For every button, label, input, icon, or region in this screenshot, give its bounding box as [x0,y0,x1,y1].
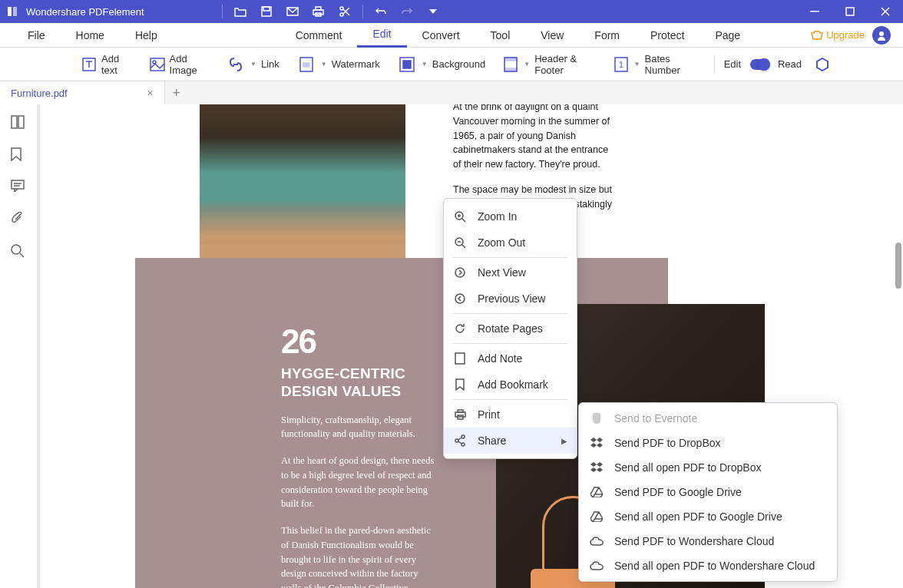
user-avatar[interactable] [872,26,891,45]
svg-rect-27 [12,180,24,189]
mail-icon[interactable] [280,0,306,23]
bates-button[interactable]: 1 ▼ Bates Number [607,52,705,77]
vertical-scrollbar[interactable] [895,243,901,289]
menu-view[interactable]: View [525,23,579,48]
svg-rect-14 [150,58,164,71]
share-gdrive-all[interactable]: Send all open PDF to Google Drive [579,504,837,529]
header-footer-icon [504,56,518,73]
svg-rect-19 [403,61,411,68]
svg-rect-10 [810,11,819,12]
new-tab-button[interactable]: + [165,81,188,104]
menubar: File Home Help Comment Edit Convert Tool… [0,23,903,48]
tab-label: Furniture.pdf [11,88,68,99]
ctx-add-note[interactable]: Add Note [444,345,577,372]
svg-rect-1 [13,7,17,16]
add-image-button[interactable]: Add Image [142,52,217,77]
menu-form[interactable]: Form [579,23,635,48]
svg-point-28 [12,245,21,254]
svg-point-39 [461,443,465,446]
upgrade-button[interactable]: Upgrade [811,29,865,41]
share-gdrive[interactable]: Send PDF to Google Drive [579,480,837,504]
maximize-button[interactable] [832,0,868,23]
header-footer-button[interactable]: ▼ Header & Footer [496,52,603,77]
add-bookmark-icon [453,378,467,391]
menu-page[interactable]: Page [700,23,756,48]
ctx-add-bookmark[interactable]: Add Bookmark [444,372,577,398]
svg-point-9 [340,13,343,16]
menu-help[interactable]: Help [120,23,173,48]
ctx-rotate[interactable]: Rotate Pages [444,315,577,342]
image-icon [150,56,165,73]
menu-edit[interactable]: Edit [357,23,406,48]
print-icon[interactable] [306,0,332,23]
svg-text:1: 1 [618,60,623,69]
svg-rect-3 [263,7,270,11]
undo-icon[interactable] [368,0,394,23]
svg-rect-35 [455,412,465,417]
svg-rect-0 [8,7,12,16]
redo-icon[interactable] [394,0,420,23]
svg-rect-6 [313,10,323,15]
bates-icon: 1 [614,56,628,73]
link-button[interactable]: ▼ Link [220,52,287,77]
share-evernote[interactable]: Send to Evernote [579,406,837,431]
app-logo-icon [2,1,23,22]
close-button[interactable] [868,0,903,23]
text-icon [81,56,97,73]
watermark-icon [298,56,315,73]
zoom-in-icon [453,210,467,223]
ctx-zoom-in[interactable]: Zoom In [444,203,577,230]
cloud-icon [590,534,604,548]
svg-rect-22 [504,68,517,71]
share-cloud[interactable]: Send PDF to Wondershare Cloud [579,529,837,553]
menu-file[interactable]: File [12,23,61,48]
ctx-zoom-out[interactable]: Zoom Out [444,230,577,256]
share-cloud-all[interactable]: Send all open PDF to Wondershare Cloud [579,553,837,578]
minimize-button[interactable] [797,0,832,23]
background-icon [399,56,415,73]
next-view-icon [453,266,467,279]
attachment-icon[interactable] [11,212,26,227]
save-icon[interactable] [253,0,280,23]
tab-close-button[interactable]: × [144,87,157,99]
search-icon[interactable] [11,244,26,259]
thumbnails-icon[interactable] [11,115,26,130]
bookmark-icon[interactable] [11,147,26,163]
watermark-button[interactable]: ▼ Watermark [290,52,388,77]
edit-read-toggle[interactable] [750,59,769,70]
menu-protect[interactable]: Protect [635,23,700,48]
ctx-print[interactable]: Print [444,401,577,428]
menu-tool[interactable]: Tool [475,23,526,48]
dropdown-icon[interactable] [420,0,446,23]
svg-rect-11 [846,8,854,15]
svg-point-12 [879,31,884,36]
add-text-button[interactable]: Add text [74,52,139,77]
svg-point-32 [455,294,465,303]
prev-view-icon [453,292,467,306]
background-button[interactable]: ▼ Background [391,52,493,77]
svg-rect-33 [455,353,465,364]
svg-rect-25 [12,116,17,128]
share-dropbox-all[interactable]: Send all open PDF to DropBox [579,455,837,480]
document-tab[interactable]: Furniture.pdf × [0,81,165,104]
comments-icon[interactable] [11,180,26,195]
scissors-icon[interactable] [332,0,358,23]
open-folder-icon[interactable] [227,0,253,23]
share-submenu: Send to Evernote Send PDF to DropBox Sen… [578,402,838,582]
share-dropbox[interactable]: Send PDF to DropBox [579,431,837,455]
svg-rect-26 [18,116,24,128]
ctx-next-view[interactable]: Next View [444,259,577,286]
titlebar: Wondershare PDFelement [0,0,903,23]
toolbar: Add text Add Image ▼ Link ▼ Watermark ▼ … [0,48,903,81]
share-icon [453,434,467,448]
tabbar: Furniture.pdf × + [0,81,903,104]
menu-convert[interactable]: Convert [407,23,475,48]
menu-comment[interactable]: Comment [280,23,358,48]
menu-home[interactable]: Home [61,23,120,48]
link-icon [227,56,244,73]
hexagon-icon[interactable] [815,58,829,71]
ctx-share[interactable]: Share ▶ [444,428,577,454]
upgrade-label: Upgrade [826,29,865,41]
rotate-icon [453,322,467,335]
ctx-prev-view[interactable]: Previous View [444,286,577,312]
